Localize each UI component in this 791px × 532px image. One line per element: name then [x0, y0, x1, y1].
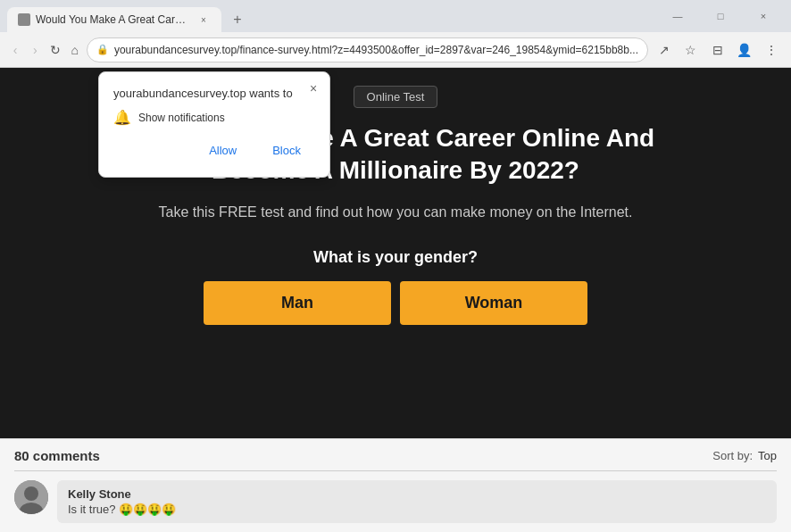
nav-action-icons: ↗ ☆ ⊟ 👤 ⋮	[652, 37, 784, 62]
minimize-button[interactable]: —	[657, 4, 698, 29]
comment-text: Is it true? 🤑🤑🤑🤑	[68, 503, 766, 516]
address-bar[interactable]: 🔒 yourabundancesurvey.top/finance-survey…	[87, 37, 648, 62]
allow-button[interactable]: Allow	[195, 138, 251, 162]
popup-notification-row: 🔔 Show notifications	[113, 109, 315, 126]
bookmark-button[interactable]: ☆	[679, 37, 704, 62]
navigation-bar: ‹ › ↻ ⌂ 🔒 yourabundancesurvey.top/financ…	[0, 32, 791, 68]
tab-favicon	[18, 13, 30, 26]
commenter-avatar	[14, 480, 48, 514]
sort-value: Top	[758, 449, 777, 462]
commenter-name: Kelly Stone	[68, 487, 766, 501]
bell-icon: 🔔	[113, 109, 131, 126]
home-button[interactable]: ⌂	[67, 37, 83, 62]
lock-icon: 🔒	[96, 44, 109, 55]
page-content: × yourabundancesurvey.top wants to 🔔 Sho…	[0, 68, 791, 532]
avatar-placeholder	[14, 480, 48, 514]
gender-buttons: Man Woman	[204, 281, 587, 325]
url-text: yourabundancesurvey.top/finance-survey.h…	[114, 44, 638, 56]
comments-section: 80 comments Sort by: Top	[0, 438, 791, 532]
back-button[interactable]: ‹	[7, 37, 23, 62]
browser-frame: Would You Make A Great Caree... × + — □ …	[0, 0, 791, 532]
online-test-badge: Online Test	[354, 86, 438, 108]
tab-search-button[interactable]: ⊟	[705, 37, 730, 62]
tab-bar: Would You Make A Great Caree... × + — □ …	[0, 0, 791, 32]
menu-button[interactable]: ⋮	[759, 37, 784, 62]
window-controls: — □ ×	[657, 4, 784, 32]
close-button[interactable]: ×	[743, 4, 784, 29]
gender-question: What is your gender?	[313, 248, 478, 267]
forward-button[interactable]: ›	[27, 37, 43, 62]
survey-subtext: Take this FREE test and find out how you…	[159, 202, 633, 223]
comments-sort: Sort by: Top	[712, 449, 777, 462]
man-button[interactable]: Man	[204, 281, 391, 325]
tab-close-button[interactable]: ×	[196, 12, 211, 27]
maximize-button[interactable]: □	[700, 4, 741, 29]
popup-action-buttons: Allow Block	[113, 138, 315, 162]
sort-label: Sort by:	[712, 449, 753, 462]
block-button[interactable]: Block	[258, 138, 315, 162]
comments-count: 80 comments	[14, 448, 100, 463]
comments-header: 80 comments Sort by: Top	[14, 448, 777, 463]
refresh-button[interactable]: ↻	[46, 37, 62, 62]
woman-button[interactable]: Woman	[400, 281, 587, 325]
svg-point-1	[24, 486, 38, 501]
new-tab-button[interactable]: +	[225, 7, 250, 32]
share-button[interactable]: ↗	[652, 37, 677, 62]
notification-popup: × yourabundancesurvey.top wants to 🔔 Sho…	[98, 71, 330, 178]
comments-divider	[14, 470, 777, 471]
comment-row: Kelly Stone Is it true? 🤑🤑🤑🤑	[14, 480, 777, 523]
popup-notification-text: Show notifications	[138, 112, 225, 124]
popup-title: yourabundancesurvey.top wants to	[113, 87, 315, 100]
comment-content: Kelly Stone Is it true? 🤑🤑🤑🤑	[57, 480, 777, 523]
tab-title: Would You Make A Great Caree...	[36, 13, 191, 26]
popup-close-button[interactable]: ×	[304, 79, 322, 97]
browser-tab[interactable]: Would You Make A Great Caree... ×	[7, 7, 221, 32]
profile-button[interactable]: 👤	[732, 37, 757, 62]
